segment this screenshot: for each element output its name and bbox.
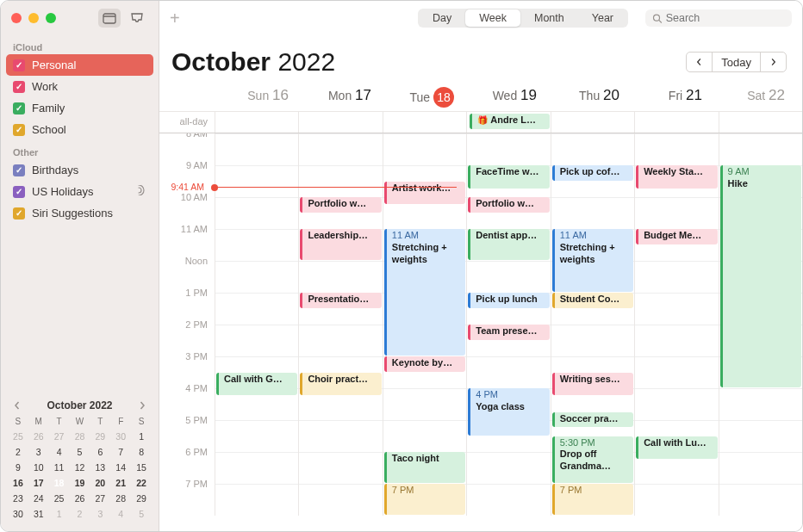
mini-day[interactable]: 15	[131, 461, 152, 474]
mini-day[interactable]: 17	[28, 476, 49, 490]
event[interactable]: Choir pract…	[300, 373, 381, 396]
allday-cell[interactable]	[719, 112, 802, 133]
calendar-item-siri-suggestions[interactable]: ✓Siri Suggestions	[1, 202, 159, 224]
calendar-item-us-holidays[interactable]: ✓US Holidays	[1, 181, 159, 202]
event[interactable]: 5:30 PMDrop off Grandma…	[552, 436, 633, 484]
mini-day[interactable]: 24	[28, 492, 49, 505]
mini-day[interactable]: 28	[110, 492, 131, 505]
mini-day[interactable]: 14	[110, 461, 131, 474]
mini-day[interactable]: 22	[131, 476, 152, 490]
calendar-item-personal[interactable]: ✓Personal	[6, 54, 153, 76]
minimize-button[interactable]	[28, 13, 39, 23]
zoom-button[interactable]	[46, 13, 56, 23]
mini-day[interactable]: 4	[110, 507, 131, 521]
checkbox-icon[interactable]: ✓	[13, 186, 25, 198]
view-week[interactable]: Week	[465, 9, 520, 27]
mini-day[interactable]: 25	[49, 492, 70, 505]
mini-day[interactable]: 30	[8, 507, 28, 521]
mini-day[interactable]: 3	[90, 507, 110, 521]
mini-next-button[interactable]	[138, 401, 146, 410]
event[interactable]: Artist work…	[384, 182, 465, 205]
search-input[interactable]	[666, 12, 785, 24]
event[interactable]: Call with Lu…	[636, 436, 717, 460]
mini-day[interactable]: 29	[131, 492, 152, 505]
mini-day[interactable]: 30	[110, 430, 131, 443]
day-column[interactable]: 9 AMHike	[719, 133, 802, 516]
event[interactable]: Keynote by…	[384, 356, 465, 372]
event[interactable]: Portfolio w…	[468, 197, 549, 213]
view-day[interactable]: Day	[419, 9, 465, 27]
checkbox-icon[interactable]: ✓	[13, 207, 25, 220]
event[interactable]: Budget Me…	[636, 229, 717, 244]
mini-day[interactable]: 26	[70, 492, 90, 505]
mini-day[interactable]: 5	[131, 507, 152, 521]
mini-day[interactable]: 31	[28, 507, 49, 521]
calendar-item-family[interactable]: ✓Family	[1, 97, 159, 119]
event[interactable]: Team prese…	[468, 325, 549, 340]
day-column[interactable]: Call with G…	[215, 133, 298, 516]
inbox-icon[interactable]	[126, 9, 148, 28]
allday-cell[interactable]: 🎁 Andre L…	[466, 112, 550, 133]
mini-day[interactable]: 11	[49, 461, 70, 474]
mini-day[interactable]: 23	[8, 492, 28, 505]
mini-day[interactable]: 1	[49, 507, 70, 521]
mini-day[interactable]: 9	[8, 461, 28, 474]
mini-day[interactable]: 13	[90, 461, 110, 474]
mini-day[interactable]: 16	[8, 476, 28, 490]
event[interactable]: 4 PMYoga class	[468, 388, 549, 436]
allday-cell[interactable]	[634, 112, 718, 133]
view-year[interactable]: Year	[578, 9, 627, 27]
event[interactable]: Call with G…	[216, 373, 297, 396]
event[interactable]: 11 AMStretching + weights	[384, 229, 465, 356]
event[interactable]: Student Co…	[552, 293, 633, 308]
event[interactable]: 9 AMHike	[720, 165, 801, 387]
day-column[interactable]: Pick up cof…11 AMStretching + weightsStu…	[551, 133, 634, 516]
close-button[interactable]	[11, 13, 22, 23]
checkbox-icon[interactable]: ✓	[13, 81, 25, 93]
mini-day[interactable]: 19	[70, 476, 90, 490]
mini-day[interactable]: 21	[110, 476, 131, 490]
checkbox-icon[interactable]: ✓	[13, 59, 25, 71]
checkbox-icon[interactable]: ✓	[13, 164, 25, 176]
mini-day[interactable]: 8	[131, 445, 152, 459]
next-week-button[interactable]	[760, 52, 787, 72]
allday-cell[interactable]	[551, 112, 634, 133]
day-column[interactable]: Weekly Sta…Budget Me…Call with Lu…	[634, 133, 718, 516]
calendar-icon[interactable]	[98, 9, 121, 28]
allday-cell[interactable]	[383, 112, 466, 133]
mini-day[interactable]: 20	[90, 476, 110, 490]
add-event-button[interactable]: +	[170, 9, 180, 28]
event[interactable]: Presentatio…	[300, 293, 381, 308]
mini-day[interactable]: 4	[49, 445, 70, 459]
mini-day[interactable]: 2	[8, 445, 28, 459]
mini-day[interactable]: 12	[70, 461, 90, 474]
mini-day[interactable]: 5	[70, 445, 90, 459]
mini-day[interactable]: 25	[8, 430, 28, 443]
mini-day[interactable]: 6	[90, 445, 110, 459]
mini-prev-button[interactable]	[13, 401, 22, 410]
event[interactable]: Weekly Sta…	[636, 165, 717, 189]
event[interactable]: FaceTime w…	[468, 165, 549, 189]
calendar-item-work[interactable]: ✓Work	[1, 76, 159, 97]
mini-day[interactable]: 2	[70, 507, 90, 521]
mini-day[interactable]: 26	[28, 430, 49, 443]
allday-cell[interactable]	[215, 112, 298, 133]
view-month[interactable]: Month	[520, 9, 578, 27]
event[interactable]: 7 PM	[384, 484, 465, 515]
day-column[interactable]: Portfolio w…Leadership…Presentatio…Choir…	[298, 133, 382, 516]
day-column[interactable]: FaceTime w…Portfolio w…Dentist app…Pick …	[466, 133, 550, 516]
calendar-item-birthdays[interactable]: ✓Birthdays	[1, 159, 159, 181]
event[interactable]: Dentist app…	[468, 229, 549, 260]
event[interactable]: Pick up cof…	[552, 165, 633, 181]
event[interactable]: 7 PM	[552, 484, 633, 515]
mini-day[interactable]: 18	[49, 476, 70, 490]
event[interactable]: Portfolio w…	[300, 197, 381, 213]
mini-day[interactable]: 27	[90, 492, 110, 505]
mini-day[interactable]: 10	[28, 461, 49, 474]
search-field[interactable]	[645, 9, 792, 27]
mini-day[interactable]: 3	[28, 445, 49, 459]
event[interactable]: Taco night	[384, 452, 465, 483]
mini-day[interactable]: 29	[90, 430, 110, 443]
allday-cell[interactable]	[298, 112, 382, 133]
calendar-item-school[interactable]: ✓School	[1, 119, 159, 140]
